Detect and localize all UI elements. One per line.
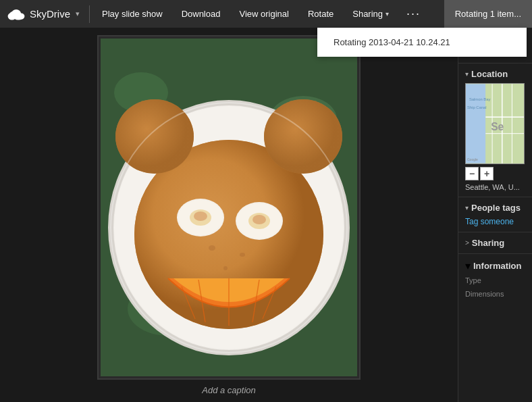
- svg-text:Se: Se: [491, 121, 504, 132]
- map-zoom-in-button[interactable]: +: [480, 167, 494, 180]
- type-row: Type: [465, 276, 525, 284]
- information-toggle-icon: ▾: [465, 259, 471, 272]
- sharing-chevron-icon: ▾: [385, 10, 389, 18]
- location-text: Seattle, WA, U...: [465, 183, 525, 191]
- more-button[interactable]: ···: [398, 0, 429, 28]
- dimensions-row: Dimensions: [465, 290, 525, 298]
- svg-point-22: [194, 211, 207, 221]
- dimensions-label: Dimensions: [465, 290, 525, 298]
- rotating-badge: Rotating 1 item...: [444, 0, 532, 28]
- rotating-tooltip: Rotating 2013-04-21 10.24.21: [317, 28, 527, 57]
- information-section: ▾ Information Type Dimensions: [458, 253, 532, 309]
- sharing-header[interactable]: > Sharing: [465, 238, 525, 248]
- main-content: Add a caption 19 of 352 View folder ▾ Lo…: [0, 28, 532, 402]
- app-chevron-icon[interactable]: ▾: [76, 9, 80, 18]
- tooltip-text: Rotating 2013-04-21 10.24.21: [334, 37, 450, 47]
- sharing-button[interactable]: Sharing ▾: [343, 0, 398, 28]
- rotate-button[interactable]: Rotate: [298, 0, 343, 28]
- map-controls: − +: [465, 167, 525, 180]
- svg-text:Salmon Bay: Salmon Bay: [469, 97, 491, 101]
- svg-point-16: [115, 99, 194, 174]
- header-divider: [89, 5, 90, 23]
- information-title: Information: [473, 261, 522, 271]
- logo-area[interactable]: SkyDrive ▾: [0, 7, 86, 21]
- photo-container: Add a caption: [97, 35, 361, 395]
- svg-point-4: [9, 11, 17, 18]
- svg-point-34: [223, 266, 228, 270]
- tag-someone-link[interactable]: Tag someone: [465, 217, 525, 226]
- photo-area: Add a caption: [0, 28, 458, 402]
- map-svg: Salmon Bay Ship Canal Se Google: [466, 84, 524, 164]
- app-name: SkyDrive: [30, 8, 70, 20]
- svg-rect-37: [466, 84, 485, 163]
- information-header[interactable]: ▾ Information: [465, 259, 525, 272]
- svg-text:Google: Google: [467, 158, 478, 161]
- location-header[interactable]: ▾ Location: [465, 69, 525, 79]
- sharing-toggle-icon: >: [465, 239, 469, 247]
- photo-image: [97, 35, 361, 380]
- location-section: ▾ Location Salmo: [458, 63, 532, 197]
- svg-point-33: [240, 253, 245, 257]
- map-zoom-out-button[interactable]: −: [465, 167, 479, 180]
- svg-point-18: [264, 99, 342, 174]
- people-tags-section: ▾ People tags Tag someone: [458, 197, 532, 232]
- people-tags-header[interactable]: ▾ People tags: [465, 203, 525, 213]
- svg-point-26: [252, 215, 266, 224]
- people-tags-title: People tags: [471, 203, 521, 213]
- view-original-button[interactable]: View original: [230, 0, 298, 28]
- people-tags-toggle-icon: ▾: [465, 204, 469, 211]
- location-toggle-icon: ▾: [465, 70, 469, 78]
- download-button[interactable]: Download: [172, 0, 230, 28]
- map-container: Salmon Bay Ship Canal Se Google: [465, 83, 525, 164]
- location-title: Location: [471, 69, 508, 79]
- svg-point-32: [209, 245, 215, 251]
- type-label: Type: [465, 276, 525, 284]
- sidebar: 19 of 352 View folder ▾ Location: [458, 28, 532, 402]
- header: SkyDrive ▾ Play slide show Download View…: [0, 0, 532, 28]
- photo-svg: [101, 39, 357, 376]
- svg-text:Ship Canal: Ship Canal: [467, 106, 487, 110]
- skydrive-logo-icon: [7, 7, 26, 21]
- sharing-title: Sharing: [472, 238, 504, 248]
- play-slideshow-button[interactable]: Play slide show: [92, 0, 172, 28]
- photo-caption[interactable]: Add a caption: [202, 385, 256, 395]
- sharing-section: > Sharing: [458, 232, 532, 253]
- sharing-label: Sharing: [352, 9, 383, 19]
